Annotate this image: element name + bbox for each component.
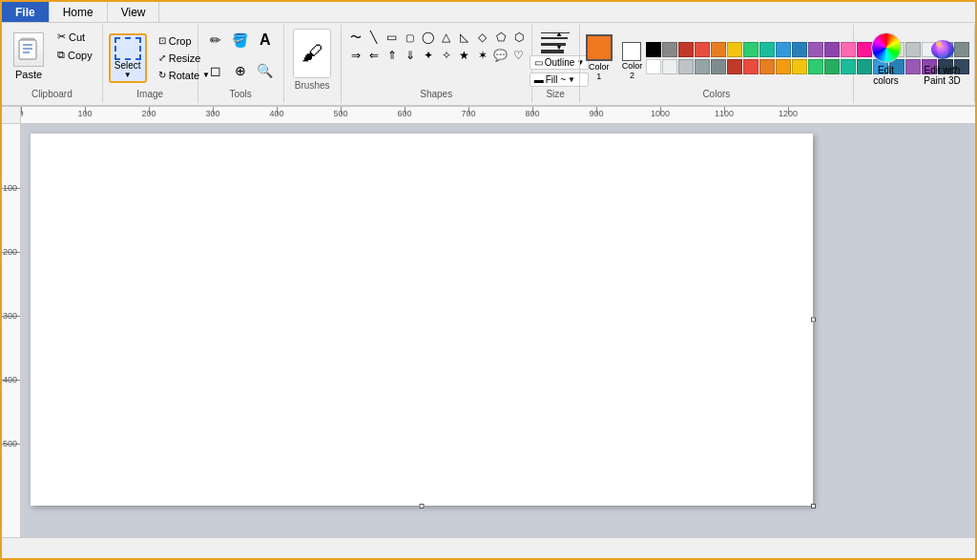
eraser-button[interactable]: ◻ xyxy=(204,59,227,82)
color-swatch[interactable] xyxy=(808,59,823,74)
shape-line[interactable]: ╲ xyxy=(365,29,383,46)
color-swatch[interactable] xyxy=(824,42,840,57)
color-swatch[interactable] xyxy=(678,59,694,74)
paste-button[interactable]: Paste xyxy=(8,29,50,84)
status-bar xyxy=(2,537,975,558)
shape-arrow-down[interactable]: ⇓ xyxy=(402,47,419,64)
paint3d-icon xyxy=(927,32,958,63)
cut-button[interactable]: ✂ Cut xyxy=(53,29,96,45)
tab-home[interactable]: Home xyxy=(50,2,108,22)
image-group: Select ▼ ⊡ Crop ⤢ Resize ↻ Rotate ▼ xyxy=(103,25,198,103)
shape-arrow-right[interactable]: ⇒ xyxy=(347,47,364,64)
color-picker-button[interactable]: ⊕ xyxy=(229,59,252,82)
edit-colors-button[interactable]: Edit colors xyxy=(860,29,912,99)
size-line-1[interactable] xyxy=(541,32,570,33)
size-line-4[interactable] xyxy=(541,50,564,53)
shape-roundrect[interactable]: ▢ xyxy=(402,29,419,46)
color-swatch[interactable] xyxy=(662,59,677,74)
rotate-icon: ↻ xyxy=(158,70,166,80)
color-swatch[interactable] xyxy=(646,59,661,74)
color-swatch[interactable] xyxy=(759,59,775,74)
resize-icon: ⤢ xyxy=(158,52,166,63)
v-ruler: 100200300400500 xyxy=(2,124,21,537)
color-swatch[interactable] xyxy=(792,59,807,74)
shape-diamond[interactable]: ◇ xyxy=(474,29,491,46)
edit-with-paint3d-button[interactable]: Edit with Paint 3D xyxy=(916,29,968,99)
shape-curve[interactable]: 〜 xyxy=(347,29,364,46)
canvas[interactable] xyxy=(31,134,813,506)
color2-label: Color 2 xyxy=(622,62,643,81)
color-swatch[interactable] xyxy=(776,42,791,57)
pencil-button[interactable]: ✏ xyxy=(204,29,227,52)
shape-heart[interactable]: ♡ xyxy=(510,47,528,64)
size-line-3[interactable] xyxy=(541,43,566,46)
clipboard-group: Paste ✂ Cut ⧉ Copy Clipboard xyxy=(2,25,103,103)
color-swatch[interactable] xyxy=(759,42,775,57)
color-swatch[interactable] xyxy=(678,42,694,57)
shapes-grid: 〜 ╲ ▭ ▢ ◯ △ ◺ ◇ ⬠ ⬡ ⇒ ⇐ ⇑ ⇓ ✦ ✧ ★ ✶ 💬 xyxy=(347,29,528,87)
paste-label: Paste xyxy=(15,69,42,80)
color-swatch[interactable] xyxy=(743,42,759,57)
copy-button[interactable]: ⧉ Copy xyxy=(53,47,96,63)
shape-callout[interactable]: 💬 xyxy=(492,47,509,64)
size-label: Size xyxy=(546,89,564,99)
color-swatch[interactable] xyxy=(808,42,823,57)
shape-star5[interactable]: ★ xyxy=(456,47,473,64)
fill-button[interactable]: 🪣 xyxy=(229,29,252,52)
color-swatch[interactable] xyxy=(727,42,742,57)
shape-arrow-up[interactable]: ⇑ xyxy=(384,47,401,64)
shape-pentagon[interactable]: ⬠ xyxy=(492,29,509,46)
main-area: 100200300400500 xyxy=(2,124,975,537)
color-swatch[interactable] xyxy=(646,42,661,57)
shape-hexagon[interactable]: ⬡ xyxy=(510,29,528,46)
shape-4arrow[interactable]: ✦ xyxy=(420,47,437,64)
color-wheel-icon xyxy=(871,32,902,63)
paste-icon xyxy=(13,32,44,67)
color-swatch[interactable] xyxy=(776,59,791,74)
tools-label: Tools xyxy=(204,89,278,99)
handle-bottom-right[interactable] xyxy=(811,504,816,508)
ribbon: Paste ✂ Cut ⧉ Copy Clipboard Select ▼ xyxy=(2,23,975,107)
color-swatch[interactable] xyxy=(662,42,677,57)
shape-triangle[interactable]: △ xyxy=(438,29,455,46)
color-swatch[interactable] xyxy=(727,59,742,74)
handle-right-mid[interactable] xyxy=(811,318,816,322)
color-swatch[interactable] xyxy=(792,42,807,57)
color-swatch[interactable] xyxy=(695,42,710,57)
shape-right-triangle[interactable]: ◺ xyxy=(456,29,473,46)
tab-view[interactable]: View xyxy=(108,2,160,22)
ruler-area: 0100200300400500600700800900100011001200 xyxy=(2,107,975,124)
color2-swatch[interactable] xyxy=(622,42,641,61)
edit-colors-group: Edit colors Edit with Pain xyxy=(854,25,975,103)
clipboard-label: Clipboard xyxy=(8,89,96,99)
color-swatch[interactable] xyxy=(711,59,726,74)
tools-group: ✏ 🪣 A ◻ ⊕ 🔍 Tools xyxy=(198,25,284,103)
shape-star4[interactable]: ✧ xyxy=(438,47,455,64)
magnifier-button[interactable]: 🔍 xyxy=(254,59,277,82)
colors-top: Color 1 Color 2 xyxy=(586,29,847,87)
canvas-scroll[interactable] xyxy=(21,124,975,537)
color1-swatch[interactable] xyxy=(586,34,613,61)
svg-rect-2 xyxy=(23,44,32,46)
tab-file[interactable]: File xyxy=(2,2,50,22)
size-group: Size xyxy=(532,25,580,103)
edit-colors-label: Edit colors xyxy=(867,65,904,86)
select-button[interactable]: Select ▼ xyxy=(109,33,147,83)
shape-star6[interactable]: ✶ xyxy=(474,47,491,64)
clipboard-right: ✂ Cut ⧉ Copy xyxy=(53,29,96,63)
svg-rect-3 xyxy=(23,48,32,50)
handle-bottom-mid[interactable] xyxy=(420,504,425,508)
color-swatch[interactable] xyxy=(743,59,759,74)
color-swatch[interactable] xyxy=(695,59,710,74)
size-line-2[interactable] xyxy=(541,37,568,39)
color-swatch[interactable] xyxy=(711,42,726,57)
color-swatch[interactable] xyxy=(824,59,840,74)
text-button[interactable]: A xyxy=(254,29,277,52)
color2-active: Color 2 xyxy=(622,34,643,81)
select-label: Select xyxy=(114,60,141,71)
shape-rect[interactable]: ▭ xyxy=(384,29,401,46)
shape-arrow-left[interactable]: ⇐ xyxy=(365,47,383,64)
brushes-button[interactable]: 🖌 xyxy=(293,29,331,78)
image-label: Image xyxy=(109,89,192,99)
shape-ellipse[interactable]: ◯ xyxy=(420,29,437,46)
